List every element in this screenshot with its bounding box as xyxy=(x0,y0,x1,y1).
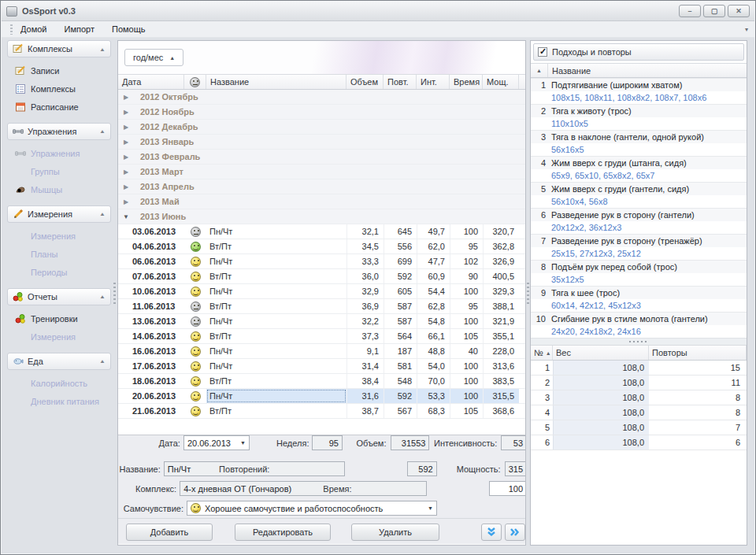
training-row[interactable]: 03.06.2013 Пн/Чт 32,1 645 49,7 100 320,7 xyxy=(118,224,525,239)
training-row[interactable]: 17.06.2013 Пн/Чт 31,4 581 54,0 100 313,6 xyxy=(118,359,525,374)
delete-button[interactable]: Удалить xyxy=(351,524,439,541)
exercise-sets-row[interactable]: 24x20, 24x18x2, 24x16 xyxy=(531,325,747,338)
sidebar-item-dnevnik[interactable]: Дневник питания xyxy=(7,392,113,410)
column-header-date[interactable]: Дата xyxy=(118,75,184,89)
sidebar-item-kompleksy[interactable]: Комплексы xyxy=(7,80,113,98)
expand-arrow-icon[interactable]: ▶ xyxy=(118,198,134,205)
expand-arrow-icon[interactable]: ▶ xyxy=(118,183,134,191)
expand-arrow-icon[interactable]: ▶ xyxy=(118,139,134,146)
panel-splitter[interactable] xyxy=(527,283,529,306)
set-row[interactable]: 3 108,0 8 xyxy=(531,390,747,405)
exercise-sets-row[interactable]: 108x15, 108x11, 108x8x2, 108x7, 108x6 xyxy=(531,91,747,104)
expand-arrow-icon[interactable]: ▶ xyxy=(118,124,134,131)
table-group-row[interactable]: ▶ 2013 Май xyxy=(118,194,525,209)
menu-home[interactable]: Домой xyxy=(20,24,47,34)
column-header-intensity[interactable]: Инт. xyxy=(417,75,450,89)
exercise-sets-row[interactable]: 25x15, 27x12x3, 25x12 xyxy=(531,247,747,260)
exercise-name-row[interactable]: 3 Тяга в наклоне (гантели, одной рукой) xyxy=(531,130,747,143)
table-group-row-expanded[interactable]: ▼ 2013 Июнь xyxy=(118,209,525,224)
exercise-name-row[interactable]: 5 Жим вверх с груди (гантели, сидя) xyxy=(531,182,747,195)
sidebar-item-plany[interactable]: Планы xyxy=(7,245,113,263)
week-field[interactable]: 95 xyxy=(312,435,343,450)
exercise-name-row[interactable]: 7 Разведение рук в сторону (тренажёр) xyxy=(531,234,747,247)
exercise-name-row[interactable]: 10 Сгибание рук в стиле молота (гантели) xyxy=(531,312,747,325)
toolbar-grip[interactable] xyxy=(10,24,13,35)
expand-arrow-icon[interactable]: ▶ xyxy=(118,109,134,116)
sidebar-splitter[interactable] xyxy=(113,283,116,306)
sidebar-section-complexes[interactable]: Комплексы ▲ xyxy=(7,40,111,57)
collapse-all-button[interactable] xyxy=(481,524,502,541)
date-combobox[interactable]: 20.06.2013 ▼ xyxy=(183,435,250,450)
training-row[interactable]: 04.06.2013 Вт/Пт 34,5 556 62,0 95 362,8 xyxy=(118,239,525,254)
column-header-exercise-name[interactable]: Название xyxy=(548,64,747,77)
toolbar-overflow-icon[interactable]: ▾ xyxy=(745,26,748,33)
training-row[interactable]: 20.06.2013 Пн/Чт 31,6 592 53,3 100 315,5 xyxy=(118,389,525,404)
column-header-time[interactable]: Время xyxy=(450,75,483,89)
exercise-name-row[interactable]: 2 Тяга к животу (трос) xyxy=(531,104,747,117)
sidebar-item-uprazhneniya[interactable]: Упражнения xyxy=(7,144,113,162)
minimize-button[interactable]: – xyxy=(679,5,701,17)
sets-reps-checkbox[interactable] xyxy=(538,47,547,57)
add-button[interactable]: Добавить xyxy=(126,524,213,541)
sidebar-item-izmereniya[interactable]: Измерения xyxy=(7,227,113,245)
table-group-row[interactable]: ▶ 2012 Ноябрь xyxy=(118,105,525,120)
intensity-field[interactable]: 53 xyxy=(501,435,526,450)
expand-arrow-icon[interactable]: ▶ xyxy=(118,168,134,176)
exercise-name-row[interactable]: 9 Тяга к шее (трос) xyxy=(531,286,747,299)
exercise-sets-row[interactable]: 20x12x2, 36x12x3 xyxy=(531,221,747,234)
exercise-name-row[interactable]: 4 Жим вверх с груди (штанга, сидя) xyxy=(531,156,747,169)
sidebar-item-raspisanie[interactable]: Расписание xyxy=(7,98,113,116)
set-row[interactable]: 5 108,0 7 xyxy=(531,420,747,435)
exercise-sets-row[interactable]: 35x12x5 xyxy=(531,273,747,286)
training-row[interactable]: 18.06.2013 Вт/Пт 38,4 548 70,0 100 383,5 xyxy=(118,374,525,389)
column-header-reps[interactable]: Повт. xyxy=(384,75,417,89)
training-row[interactable]: 16.06.2013 Пн/Чт 9,1 187 48,8 40 228,0 xyxy=(118,344,525,359)
column-header-power[interactable]: Мощ. xyxy=(483,75,519,89)
table-group-row[interactable]: ▶ 2013 Март xyxy=(118,165,525,179)
training-row[interactable]: 21.06.2013 Вт/Пт 38,7 567 68,3 105 368,6 xyxy=(118,404,525,419)
column-header-weight[interactable]: Вес xyxy=(553,346,649,360)
set-row[interactable]: 6 108,0 6 xyxy=(531,435,747,450)
exercise-sets-row[interactable]: 65x9, 65x10, 65x8x2, 65x7 xyxy=(531,169,747,182)
training-row[interactable]: 10.06.2013 Пн/Чт 32,9 605 54,4 100 329,3 xyxy=(118,284,525,299)
column-header-mood[interactable] xyxy=(184,75,206,89)
sidebar-item-trenirovki[interactable]: Тренировки xyxy=(7,309,113,327)
expand-arrow-icon[interactable]: ▶ xyxy=(118,154,134,161)
menu-import[interactable]: Импорт xyxy=(65,24,94,34)
training-row[interactable]: 14.06.2013 Вт/Пт 37,3 564 66,1 105 355,1 xyxy=(118,329,525,344)
training-row[interactable]: 13.06.2013 Пн/Чт 32,2 587 54,8 100 321,9 xyxy=(118,314,525,329)
training-row[interactable]: 06.06.2013 Пн/Чт 33,3 699 47,7 102 326,9 xyxy=(118,254,525,269)
close-button[interactable]: ✕ xyxy=(728,5,750,17)
complex-field[interactable]: 4-х дневная ОТ (Гончаров) xyxy=(180,481,427,496)
sidebar-item-kaloriynost[interactable]: Калорийность xyxy=(7,374,113,392)
edit-button[interactable]: Редактировать xyxy=(235,524,331,541)
group-by-button[interactable]: год/мес ▲ xyxy=(124,49,183,66)
set-row[interactable]: 2 108,0 11 xyxy=(531,376,747,390)
table-group-row[interactable]: ▶ 2013 Январь xyxy=(118,135,525,150)
sidebar-section-food[interactable]: Еда ▲ xyxy=(7,353,111,370)
sidebar-item-periody[interactable]: Периоды xyxy=(7,263,113,281)
column-header-volume[interactable]: Объем xyxy=(346,75,384,89)
sidebar-item-gruppy[interactable]: Группы xyxy=(7,162,113,180)
table-group-row[interactable]: ▶ 2012 Декабрь xyxy=(118,120,525,135)
sidebar-section-reports[interactable]: Отчеты ▲ xyxy=(7,288,111,305)
training-row[interactable]: 11.06.2013 Вт/Пт 36,9 587 62,8 95 388,1 xyxy=(118,299,525,314)
column-header-set-number[interactable]: №▲ xyxy=(531,346,553,360)
column-header-reps[interactable]: Повторы xyxy=(649,346,747,360)
volume-field[interactable]: 31553 xyxy=(391,435,430,450)
sidebar-section-exercises[interactable]: Упражнения ▲ xyxy=(7,123,111,140)
next-record-button[interactable] xyxy=(505,524,525,541)
time-field[interactable]: 100 xyxy=(489,481,526,496)
menu-help[interactable]: Помощь xyxy=(112,24,146,34)
table-group-row[interactable]: ▶ 2012 Октябрь xyxy=(118,90,525,105)
table-group-row[interactable]: ▶ 2013 Февраль xyxy=(118,150,525,165)
sidebar-item-myshcy[interactable]: Мышцы xyxy=(7,180,113,198)
set-row[interactable]: 4 108,0 8 xyxy=(531,405,747,420)
set-row[interactable]: 1 108,0 15 xyxy=(531,361,747,376)
sidebar-section-measurements[interactable]: Измерения ▲ xyxy=(7,205,111,223)
exercise-name-row[interactable]: 1 Подтягивание (широким хватом) xyxy=(531,78,747,91)
exercise-sets-row[interactable]: 56x10x4, 56x8 xyxy=(531,195,747,208)
exercise-sets-row[interactable]: 56x16x5 xyxy=(531,143,747,156)
reps-field[interactable]: 592 xyxy=(407,461,436,476)
table-group-row[interactable]: ▶ 2013 Апрель xyxy=(118,179,525,194)
